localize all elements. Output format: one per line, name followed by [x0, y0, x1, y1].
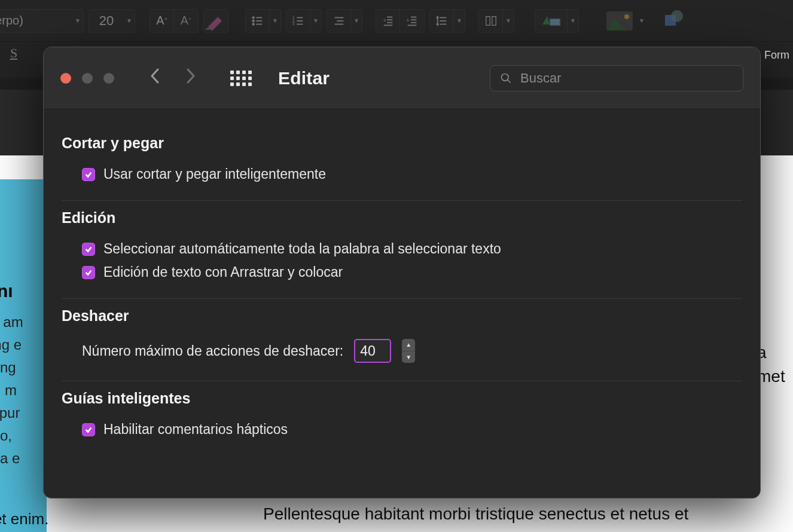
columns-button[interactable]: [479, 10, 503, 32]
forward-button[interactable]: [184, 68, 198, 88]
svg-point-2: [252, 20, 254, 22]
doc-body-bottom: Pellentesque habitant morbi tristique se…: [263, 502, 777, 526]
chevron-down-icon[interactable]: ▼: [72, 17, 83, 24]
doc-heading-partial: ıprenı: [0, 281, 13, 301]
option-smart-cut-paste[interactable]: Usar cortar y pegar inteligentemente: [62, 163, 742, 186]
minimize-window-button[interactable]: [82, 73, 93, 84]
preferences-title: Editar: [278, 68, 330, 88]
styles-button[interactable]: [535, 10, 568, 32]
search-input[interactable]: [520, 71, 733, 86]
option-label: Edición de texto con Arrastrar y colocar: [103, 264, 343, 280]
option-haptic-feedback[interactable]: Habilitar comentarios hápticos: [62, 418, 742, 441]
show-all-icon[interactable]: [230, 71, 252, 86]
preferences-body: Cortar y pegar Usar cortar y pegar intel…: [44, 109, 760, 498]
bullet-list-button[interactable]: [246, 10, 270, 32]
section-heading: Guías inteligentes: [62, 390, 742, 407]
preferences-window: Editar Cortar y pegar Usar cortar y pega…: [43, 47, 761, 499]
numbered-list-button[interactable]: 123: [286, 10, 310, 32]
checkbox-checked-icon[interactable]: [82, 243, 95, 256]
underline-button[interactable]: S: [6, 45, 22, 63]
svg-text:3: 3: [292, 22, 294, 26]
stepper-down-icon[interactable]: ▼: [402, 351, 415, 363]
option-select-whole-word[interactable]: Seleccionar automáticamente toda la pala…: [62, 237, 742, 261]
line-spacing-button[interactable]: [430, 10, 454, 32]
font-family-select[interactable]: uerpo): [0, 14, 72, 27]
doc-body-left2: rdiet enim. a tellus: [0, 508, 48, 532]
chevron-down-icon[interactable]: ▼: [454, 17, 465, 24]
shapes-icon[interactable]: [661, 8, 685, 34]
chevron-down-icon[interactable]: ▼: [351, 17, 362, 24]
preferences-titlebar: Editar: [44, 47, 760, 109]
undo-max-input[interactable]: [354, 339, 391, 363]
svg-rect-29: [486, 16, 489, 25]
zoom-window-button[interactable]: [103, 73, 114, 84]
section-smart-guides: Guías inteligentes Habilitar comentarios…: [62, 381, 742, 455]
checkbox-checked-icon[interactable]: [82, 168, 95, 181]
svg-marker-31: [542, 16, 550, 25]
svg-point-4: [252, 23, 254, 25]
section-undo: Deshacer Número máximo de acciones de de…: [62, 299, 742, 381]
section-heading: Edición: [62, 209, 742, 227]
font-color-shrink-button[interactable]: A˅: [174, 10, 198, 32]
option-label: Seleccionar automáticamente toda la pala…: [103, 241, 501, 257]
section-editing: Edición Seleccionar automáticamente toda…: [62, 201, 742, 299]
chevron-down-icon[interactable]: ▼: [636, 17, 647, 24]
multilevel-list-button[interactable]: [327, 10, 351, 32]
option-label: Usar cortar y pegar inteligentemente: [103, 166, 326, 182]
stepper-up-icon[interactable]: ▲: [402, 339, 415, 351]
section-cut-paste: Cortar y pegar Usar cortar y pegar intel…: [62, 126, 742, 201]
increase-indent-button[interactable]: [400, 10, 424, 32]
close-window-button[interactable]: [60, 73, 71, 84]
undo-max-label: Número máximo de acciones de deshacer:: [82, 343, 343, 359]
section-heading: Deshacer: [62, 307, 742, 325]
chevron-down-icon[interactable]: ▼: [568, 17, 578, 24]
clear-formatting-button[interactable]: [204, 10, 228, 32]
svg-point-0: [252, 17, 254, 19]
chevron-down-icon[interactable]: ▼: [310, 17, 321, 24]
undo-stepper[interactable]: ▲ ▼: [402, 339, 415, 363]
font-size-field[interactable]: 20: [89, 13, 124, 29]
svg-point-37: [671, 10, 683, 22]
ribbon-toolbar: uerpo) ▼ 20 ▼ A˄ A˅ ▼ 123 ▼ ▼: [0, 0, 793, 42]
back-button[interactable]: [148, 68, 162, 88]
font-color-grow-button[interactable]: A˄: [150, 10, 174, 32]
checkbox-checked-icon[interactable]: [82, 423, 95, 436]
decrease-indent-button[interactable]: [376, 10, 400, 32]
chevron-down-icon[interactable]: ▼: [503, 17, 514, 24]
option-label: Habilitar comentarios hápticos: [103, 421, 288, 438]
svg-rect-30: [492, 16, 495, 25]
checkbox-checked-icon[interactable]: [82, 266, 95, 279]
chevron-down-icon[interactable]: ▼: [270, 17, 280, 24]
svg-line-39: [508, 80, 511, 82]
section-heading: Cortar y pegar: [62, 134, 742, 152]
option-drag-drop-editing[interactable]: Edición de texto con Arrastrar y colocar: [62, 261, 742, 284]
svg-marker-19: [383, 19, 385, 22]
picture-icon[interactable]: [606, 11, 633, 30]
search-field-wrap[interactable]: [490, 65, 743, 91]
window-controls: [60, 73, 114, 84]
svg-marker-24: [407, 19, 410, 22]
search-icon: [500, 72, 512, 84]
doc-body-right: a met: [757, 341, 793, 389]
svg-point-38: [502, 74, 509, 81]
chevron-down-icon[interactable]: ▼: [124, 17, 135, 24]
format-label: Form: [764, 49, 789, 62]
